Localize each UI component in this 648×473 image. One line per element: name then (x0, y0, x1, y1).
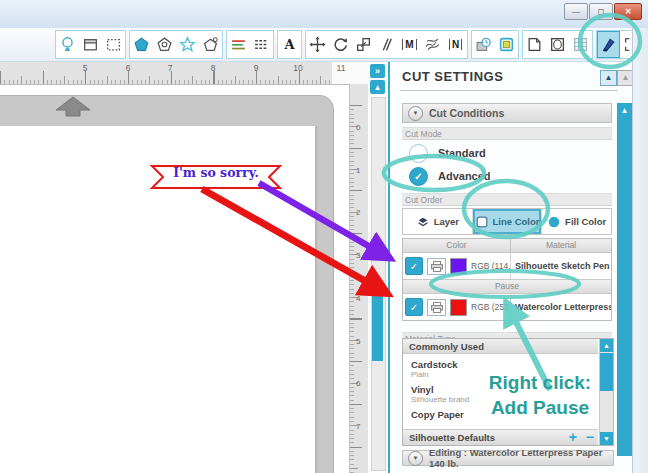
horizontal-ruler: 56789101112 (0, 62, 368, 85)
list-item-sub: Plain (411, 370, 429, 379)
material-list: Commonly Used Cardstock Plain Vinyl Silh… (402, 338, 614, 446)
material-column-header: Material (511, 239, 611, 252)
row1-color-swatch (450, 258, 467, 275)
canvas-scrollbar-thumb[interactable] (372, 288, 383, 361)
draw-balloon-icon[interactable] (56, 31, 79, 58)
advanced-radio-checked[interactable]: ✓ (409, 167, 428, 186)
title-bar: — ◻ ✕ (0, 0, 648, 29)
line-style-icon[interactable] (227, 31, 250, 58)
hatch-n-icon[interactable]: N (444, 31, 467, 58)
remove-material-button[interactable]: − (586, 429, 594, 445)
list-scrollbar-thumb[interactable] (600, 353, 613, 391)
list-item[interactable]: Copy Paper (411, 409, 464, 420)
list-item[interactable]: Cardstock (411, 359, 457, 370)
maximize-button[interactable]: ◻ (589, 3, 613, 20)
close-button[interactable]: ✕ (614, 3, 642, 20)
panel-scroll-up-button[interactable]: ▲ (600, 70, 617, 86)
pentagon-icon[interactable] (130, 31, 153, 58)
cut-order-label: Cut Order (402, 193, 612, 206)
move-icon[interactable] (306, 31, 329, 58)
toolbar-group-transform: M N (305, 30, 468, 59)
star-icon[interactable] (176, 31, 199, 58)
tab-layer[interactable]: Layer (403, 209, 473, 234)
dash-style-icon[interactable] (250, 31, 273, 58)
row2-rgb-value: RGB (255,0,0) (471, 302, 510, 312)
rotate-icon[interactable] (329, 31, 352, 58)
list-scroll-up-button[interactable]: ▲ (600, 339, 613, 352)
mirror-icon[interactable]: M (398, 31, 421, 58)
stamp-icon[interactable] (153, 31, 176, 58)
page-oval-icon[interactable] (546, 31, 569, 58)
shear-icon[interactable] (375, 31, 398, 58)
cut-order-table: Color Material ✓ RGB (114,20,255) Silhou… (402, 238, 612, 321)
cut-mode-advanced-option[interactable]: ✓ Advanced (402, 165, 612, 187)
row1-material: Silhouette Sketch Pen (511, 261, 611, 271)
main-toolbar: A M N (0, 28, 648, 62)
layer-icon (416, 215, 430, 229)
color-column-header: Color (403, 239, 511, 252)
table-header: Color Material (403, 239, 611, 253)
design-canvas[interactable]: I'm so sorry. 56789101112 01234567 (0, 62, 368, 473)
editing-section-header[interactable]: ▼ Editing : Watercolor Letterpress Paper… (402, 450, 614, 466)
panel-title: CUT SETTINGS (402, 69, 503, 84)
dotted-page-icon[interactable] (102, 31, 125, 58)
toolbar-group-output (471, 30, 519, 59)
material-add-remove: + − (569, 429, 594, 445)
list-item-sub: Silhouette brand (411, 395, 469, 404)
color-fill-icon[interactable] (495, 31, 518, 58)
row1-rgb-value: RGB (114,20,255) (471, 261, 510, 271)
toolbar-group-page (522, 30, 593, 59)
weld-icon[interactable] (421, 31, 444, 58)
row2-material: Watercolor Letterpress Paper 140 lb. (511, 302, 611, 312)
title-divider (400, 90, 618, 91)
material-group-header: Commonly Used (403, 339, 598, 354)
scrollbar-up-icon: ▲ (621, 106, 629, 115)
cut-settings-blade-icon[interactable] (597, 31, 620, 58)
panel-pin-button[interactable]: ▲ (370, 80, 385, 94)
list-item[interactable]: Vinyl (411, 384, 434, 395)
text-tool-icon[interactable]: A (278, 31, 301, 58)
row2-checkbox[interactable]: ✓ (405, 298, 423, 316)
standard-radio[interactable] (409, 144, 428, 163)
toolbar-group-shapes (129, 30, 223, 59)
row2-printer-icon[interactable] (427, 299, 446, 316)
row2-color-swatch (450, 299, 467, 316)
table-row[interactable]: ✓ RGB (255,0,0) Watercolor Letterpress P… (403, 294, 611, 320)
tab-fill-color[interactable]: Fill Color (542, 209, 611, 234)
cut-order-tabs: Layer Line Color Fill Color (402, 208, 612, 235)
panel-collapse-button[interactable]: » (370, 64, 385, 78)
page-icon[interactable] (79, 31, 102, 58)
cut-conditions-header[interactable]: ▼ Cut Conditions (402, 103, 612, 123)
toolbar-group-text: A (277, 30, 302, 59)
scale-icon[interactable] (352, 31, 375, 58)
banner-text[interactable]: I'm so sorry. (146, 165, 286, 180)
window-edge (632, 28, 648, 473)
grid-icon[interactable] (569, 31, 592, 58)
pause-row[interactable]: Pause (403, 279, 611, 294)
editing-label: Editing : Watercolor Letterpress Paper 1… (429, 447, 613, 469)
minimize-button[interactable]: — (564, 3, 588, 20)
collapse-arrow-icon: ▼ (408, 106, 423, 121)
toolbar-group-document (55, 30, 126, 59)
mat-direction-arrow-icon (54, 95, 92, 119)
add-material-button[interactable]: + (569, 429, 577, 445)
material-list-scrollbar[interactable]: ▲ ▼ (599, 339, 613, 445)
canvas-scrollbar[interactable] (371, 97, 386, 471)
list-scroll-down-button[interactable]: ▼ (600, 432, 613, 445)
toolbar-group-linestyle (226, 30, 274, 59)
cut-mode-standard-option[interactable]: Standard (402, 142, 612, 164)
panel-scrollbar[interactable]: ▲ (617, 103, 632, 456)
row1-checkbox[interactable]: ✓ (405, 257, 423, 275)
row1-printer-icon[interactable] (427, 258, 446, 275)
panel-divider: » ▲ (368, 62, 388, 473)
tab-line-color[interactable]: Line Color (473, 209, 543, 234)
collapse-arrow-icon: ▼ (408, 451, 423, 466)
page-fold-icon[interactable] (523, 31, 546, 58)
silhouette-studio-window: — ◻ ✕ (0, 0, 648, 473)
polygon-icon[interactable] (199, 31, 222, 58)
fill-color-icon (547, 215, 561, 229)
clock-page-icon[interactable] (472, 31, 495, 58)
line-color-icon (475, 215, 489, 229)
vertical-ruler: 01234567 (349, 84, 368, 473)
table-row[interactable]: ✓ RGB (114,20,255) Silhouette Sketch Pen (403, 253, 611, 279)
